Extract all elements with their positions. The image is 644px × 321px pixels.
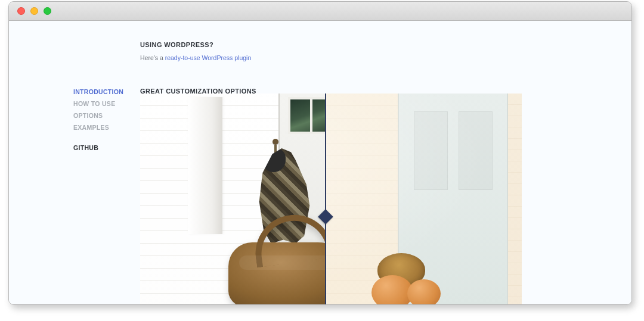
sidebar-item-github[interactable]: GITHUB <box>73 142 139 154</box>
heading-using-wordpress: USING WORDPRESS? <box>140 41 522 48</box>
sidebar-item-how-to-use[interactable]: HOW TO USE <box>73 98 139 110</box>
comparison-divider[interactable] <box>325 94 326 304</box>
sidebar-item-examples[interactable]: EXAMPLES <box>73 122 139 134</box>
sidebar-item-options[interactable]: OPTIONS <box>73 110 139 122</box>
browser-window: INTRODUCTION HOW TO USE OPTIONS EXAMPLES… <box>8 1 632 305</box>
wordpress-paragraph: Here's a ready-to-use WordPress plugin <box>140 54 522 61</box>
wordpress-plugin-link[interactable]: ready-to-use WordPress plugin <box>165 54 252 61</box>
window-close-button[interactable] <box>17 7 25 15</box>
page-viewport: INTRODUCTION HOW TO USE OPTIONS EXAMPLES… <box>9 21 631 304</box>
main-column: USING WORDPRESS? Here's a ready-to-use W… <box>140 41 522 101</box>
window-zoom-button[interactable] <box>44 7 51 15</box>
window-titlebar <box>9 2 631 21</box>
image-comparison-slider[interactable] <box>140 94 522 304</box>
window-minimize-button[interactable] <box>30 7 38 15</box>
wordpress-prefix: Here's a <box>140 54 165 61</box>
sidebar-divider <box>73 134 139 142</box>
doc-sidebar: INTRODUCTION HOW TO USE OPTIONS EXAMPLES… <box>73 86 139 154</box>
sidebar-item-introduction[interactable]: INTRODUCTION <box>73 86 139 98</box>
